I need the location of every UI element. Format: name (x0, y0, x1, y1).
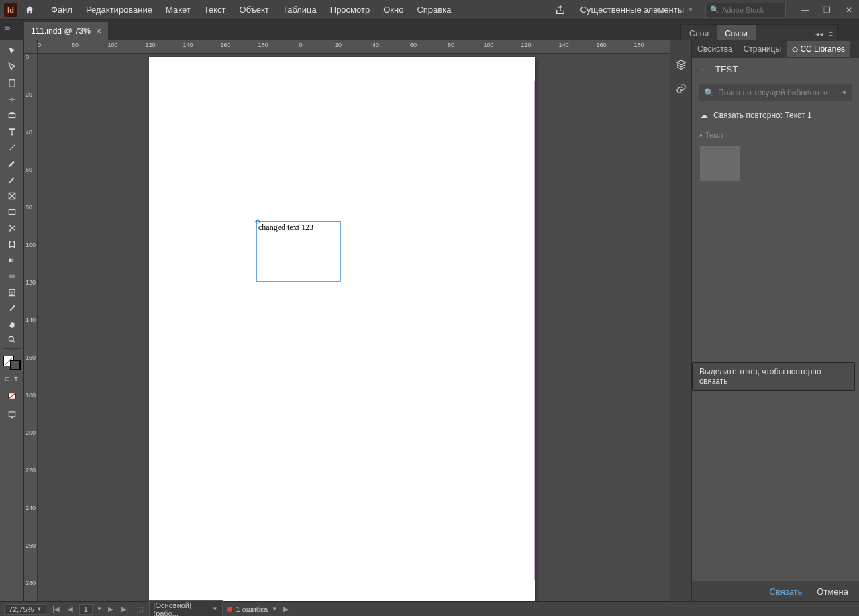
vertical-ruler[interactable]: 020406080100120140160180200220240260280 (24, 54, 38, 601)
tab-pages[interactable]: Страницы (738, 41, 787, 57)
horizontal-ruler[interactable]: 6080100120140160180020406080100120140160… (38, 40, 670, 54)
gap-tool[interactable] (3, 91, 21, 107)
errors-dropdown-icon[interactable]: ▼ (272, 606, 277, 612)
line-tool[interactable] (3, 140, 21, 156)
panel-dock (670, 40, 691, 601)
pencil-tool[interactable] (3, 172, 21, 188)
first-page-icon[interactable]: |◀ (50, 605, 62, 613)
open-bridge-icon[interactable]: ⬚ (135, 605, 145, 613)
status-menu-icon[interactable]: ▶ (281, 605, 291, 613)
page-margin-guide (168, 81, 535, 580)
stroke-swatch[interactable] (10, 360, 21, 370)
maximize-button[interactable]: ❐ (821, 4, 833, 16)
note-tool[interactable] (3, 285, 21, 301)
document-tab-title: 111.indd @ 73% (31, 26, 91, 36)
tab-cc-libraries[interactable]: ◇ CC Libraries (787, 41, 850, 57)
page-field[interactable]: 1 (79, 604, 93, 615)
pen-tool[interactable] (3, 156, 21, 172)
library-search[interactable]: 🔍 Поиск по текущей библиотеке ▼ (699, 84, 852, 101)
page[interactable] (149, 57, 535, 601)
svg-rect-12 (9, 275, 15, 278)
screen-mode[interactable] (3, 407, 21, 423)
type-tool[interactable] (3, 123, 21, 140)
workspace-switcher[interactable]: Существенные элементы ▼ (575, 2, 699, 17)
format-container-text[interactable]: □T (3, 374, 21, 384)
library-name: TEST (715, 64, 738, 74)
library-back[interactable]: ← TEST (692, 58, 859, 81)
tooltip: Выделите текст, чтобы повторно связать (692, 362, 855, 391)
page-tool[interactable] (3, 75, 21, 91)
preflight-profile[interactable]: [Основной] (рабо... ▼ (149, 600, 223, 617)
menu-text[interactable]: Текст (197, 2, 233, 17)
scissors-tool[interactable] (3, 220, 21, 236)
workspace-label: Существенные элементы (580, 5, 684, 15)
zoom-field[interactable]: 72,75% ▼ (4, 604, 46, 615)
share-icon[interactable] (552, 2, 568, 18)
content-collector-tool[interactable] (3, 107, 21, 123)
close-button[interactable]: ✕ (843, 4, 855, 16)
svg-rect-1 (9, 114, 15, 118)
tab-layers[interactable]: Слои (681, 25, 717, 42)
selection-tool[interactable] (3, 43, 21, 59)
document-tab[interactable]: 111.indd @ 73% × (24, 22, 108, 40)
rectangle-tool[interactable] (3, 204, 21, 220)
menu-view[interactable]: Просмотр (323, 2, 376, 17)
home-icon[interactable] (24, 5, 35, 15)
next-page-icon[interactable]: ▶ (106, 605, 115, 613)
app-icon[interactable]: Id (4, 3, 17, 17)
free-transform-tool[interactable] (3, 236, 21, 252)
svg-point-4 (9, 225, 10, 227)
search-icon: 🔍 (710, 5, 719, 14)
panel-menu-icon[interactable]: ≡ (829, 30, 833, 38)
svg-point-5 (9, 229, 10, 231)
adobe-stock-search[interactable]: 🔍 Adobe Stock (705, 3, 786, 17)
tab-links[interactable]: Связи (717, 25, 756, 42)
document-canvas[interactable]: ⟲ changed text 123 (38, 54, 670, 601)
layers-dock-icon[interactable] (673, 56, 689, 72)
fill-stroke-swatch[interactable] (3, 356, 21, 368)
minimize-button[interactable]: — (798, 4, 811, 16)
apply-none[interactable] (3, 388, 21, 404)
cancel-button[interactable]: Отмена (817, 586, 848, 597)
error-count[interactable]: 1 ошибка (236, 605, 268, 613)
stock-placeholder: Adobe Stock (722, 6, 764, 14)
tab-properties[interactable]: Свойства (692, 41, 738, 57)
prev-page-icon[interactable]: ◀ (66, 605, 75, 613)
last-page-icon[interactable]: ▶| (119, 605, 131, 613)
link-button[interactable]: Связать (770, 586, 803, 597)
zoom-tool[interactable] (3, 333, 21, 349)
links-dock-icon[interactable] (673, 81, 689, 97)
menu-table[interactable]: Таблица (276, 2, 323, 17)
menu-help[interactable]: Справка (410, 2, 458, 17)
chevron-down-icon: ▼ (842, 90, 847, 96)
tool-palette: □T (0, 40, 24, 601)
library-section-text[interactable]: ▸Текст (692, 127, 859, 143)
status-bar: 72,75% ▼ |◀ ◀ 1 ▼ ▶ ▶| ⬚ [Основной] (раб… (0, 601, 859, 616)
menu-object[interactable]: Объект (233, 2, 276, 17)
tab-scroll-icon[interactable]: ≫ (4, 24, 11, 32)
eyedropper-tool[interactable] (3, 301, 21, 317)
gradient-swatch-tool[interactable] (3, 252, 21, 268)
library-asset-thumb[interactable] (700, 146, 740, 181)
menu-layout[interactable]: Макет (159, 2, 197, 17)
text-frame[interactable]: ⟲ changed text 123 (256, 221, 341, 282)
close-icon[interactable]: × (96, 27, 101, 35)
search-icon: 🔍 (704, 88, 714, 97)
svg-point-9 (9, 246, 10, 248)
page-dropdown-icon[interactable]: ▼ (97, 606, 102, 612)
direct-selection-tool[interactable] (3, 59, 21, 75)
text-frame-content: changed text 123 (257, 222, 340, 234)
svg-rect-0 (9, 80, 14, 87)
back-arrow-icon: ← (700, 64, 709, 74)
ruler-origin[interactable] (24, 40, 38, 54)
relink-action[interactable]: ☁ Связать повторно: Текст 1 (692, 104, 859, 127)
hand-tool[interactable] (3, 317, 21, 333)
linked-content-icon: ⟲ (254, 218, 260, 225)
gradient-feather-tool[interactable] (3, 268, 21, 285)
collapse-icon[interactable]: ◂◂ (815, 30, 823, 38)
rectangle-frame-tool[interactable] (3, 188, 21, 204)
menu-window[interactable]: Окно (376, 2, 410, 17)
svg-point-10 (13, 246, 15, 248)
menu-file[interactable]: Файл (44, 2, 79, 17)
menu-edit[interactable]: Редактирование (79, 2, 159, 17)
